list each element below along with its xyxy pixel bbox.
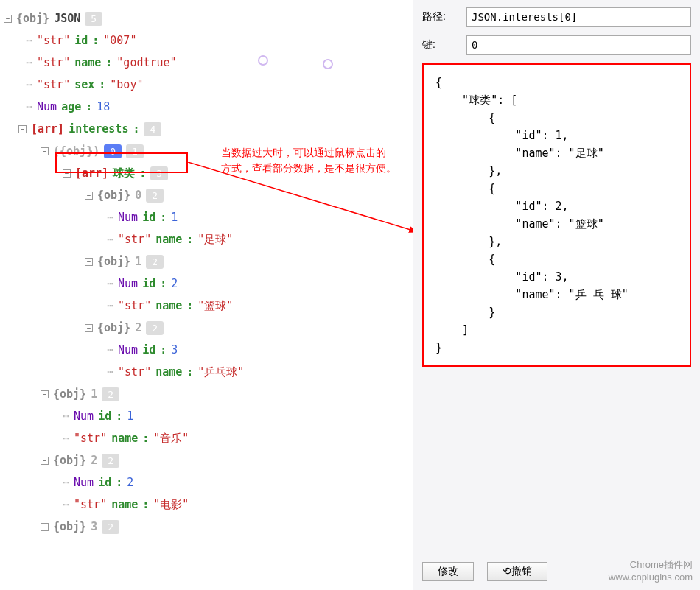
index[interactable]: 0 — [135, 189, 141, 202]
toggle-i1[interactable]: − — [41, 390, 49, 398]
decoration-circle — [323, 59, 333, 69]
toggle-root[interactable]: − — [4, 15, 12, 23]
toggle-b0[interactable]: − — [85, 192, 93, 200]
count-badge: 2 — [146, 189, 164, 203]
undo-button[interactable]: ⟲撤销 — [487, 562, 547, 581]
toggle-b2[interactable]: − — [85, 324, 93, 332]
index-badge-selected[interactable]: 0 — [104, 144, 122, 158]
count-badge: 5 — [85, 12, 102, 26]
key-label: 键: — [422, 38, 459, 52]
val-sex[interactable]: "boy" — [110, 78, 143, 91]
val-age[interactable]: 18 — [97, 100, 110, 113]
path-input[interactable] — [466, 7, 691, 27]
json-value-display[interactable]: { "球类": [ { "id": 1, "name": "足球" }, { "… — [422, 63, 691, 367]
count-badge: 4 — [144, 122, 161, 136]
type-num: Num — [37, 100, 57, 113]
path-label: 路径: — [422, 10, 459, 24]
toggle-i3[interactable]: − — [41, 523, 49, 531]
type-obj: {obj} — [97, 189, 130, 202]
json-tree-panel: − {obj} JSON 5 ⋯ "str" id: "007" ⋯ "str"… — [0, 0, 413, 590]
type-obj: ({obj}) — [53, 144, 99, 158]
key-id[interactable]: id — [74, 34, 88, 47]
toggle-i0[interactable]: − — [41, 147, 49, 155]
key-interests[interactable]: interests — [69, 122, 128, 136]
type-str: "str" — [37, 34, 70, 47]
watermark: Chrome插件网 www.cnplugins.com — [609, 558, 693, 583]
toggle-interests[interactable]: − — [18, 125, 27, 133]
key-ball[interactable]: 球类 — [113, 166, 135, 180]
decoration-circle — [258, 55, 268, 66]
modify-button[interactable]: 修改 — [422, 562, 474, 581]
toggle-ball[interactable]: − — [63, 169, 71, 178]
count-badge: 1 — [126, 144, 144, 158]
type-arr: [arr] — [31, 122, 64, 136]
detail-panel: 路径: 键: { "球类": [ { "id": 1, "name": "足球"… — [413, 0, 700, 590]
count-badge: 3 — [150, 166, 168, 180]
toggle-b1[interactable]: − — [85, 258, 93, 266]
annotation-text: 当数据过大时，可以通过鼠标点击的 方式，查看部分数据，是不是很方便。 — [221, 145, 396, 176]
toggle-i2[interactable]: − — [41, 457, 49, 465]
val-id[interactable]: "007" — [103, 34, 136, 47]
key-sex[interactable]: sex — [74, 78, 94, 91]
root-label[interactable]: JSON — [54, 12, 80, 25]
key-age[interactable]: age — [61, 100, 81, 113]
type-str: "str" — [37, 56, 70, 69]
key-input[interactable] — [466, 35, 691, 55]
type-arr: [arr] — [75, 166, 108, 180]
type-obj: {obj} — [16, 12, 49, 25]
type-str: "str" — [37, 78, 70, 91]
val-name[interactable]: "godtrue" — [116, 56, 176, 69]
key-name[interactable]: name — [74, 56, 101, 69]
